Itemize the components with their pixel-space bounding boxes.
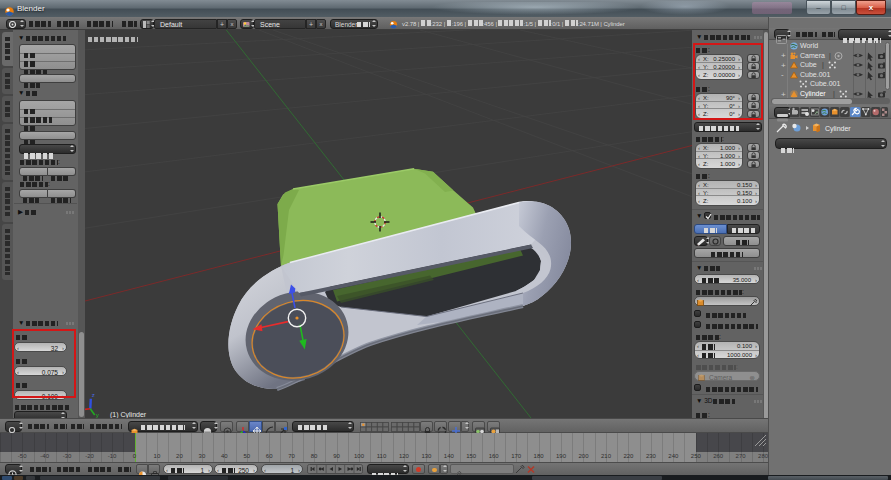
svg-text:z: z bbox=[92, 392, 95, 398]
